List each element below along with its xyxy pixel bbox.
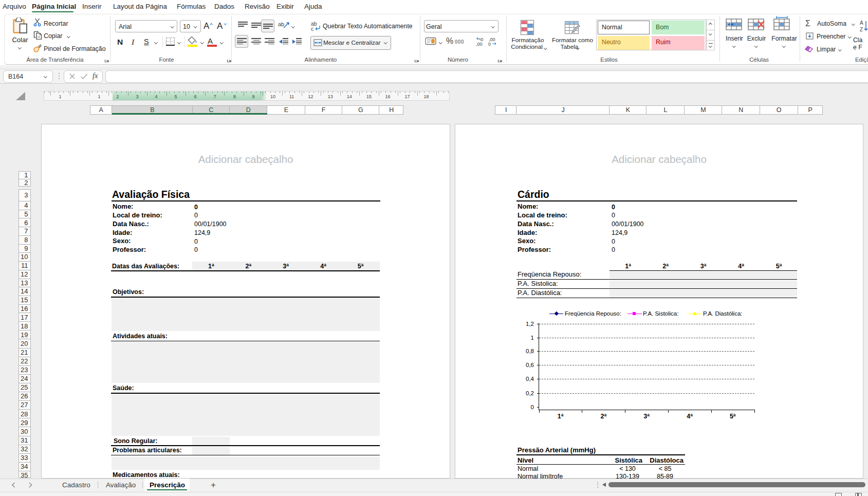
svg-text:A: A <box>860 20 863 26</box>
svg-text:Z: Z <box>860 27 863 32</box>
svg-text:0: 0 <box>488 42 491 47</box>
svg-text:,00: ,00 <box>476 42 483 47</box>
